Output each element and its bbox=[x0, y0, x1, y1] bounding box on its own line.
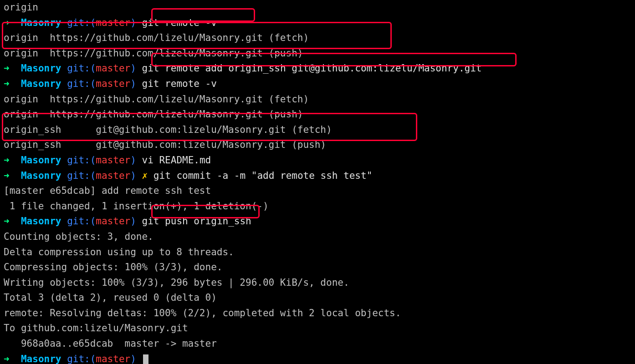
output-line: Delta compression using up to 8 threads. bbox=[4, 245, 631, 260]
output-line: origin https://github.com/lizelu/Masonry… bbox=[4, 30, 631, 46]
command-text: git remote -v bbox=[142, 17, 217, 28]
prompt-line-3: ➜ Masonry git:(master) git remote -v bbox=[4, 76, 631, 92]
command-text: git remote add origin_ssh git@github.com… bbox=[142, 63, 482, 74]
prompt-line-1: ➜ Masonry git:(master) git remote -v bbox=[4, 15, 631, 31]
output-line: origin_ssh git@github.com:lizelu/Masonry… bbox=[4, 137, 631, 153]
output-line: To github.com:lizelu/Masonry.git bbox=[4, 321, 631, 336]
cursor-icon bbox=[143, 354, 149, 364]
output-line: 1 file changed, 1 insertion(+), 1 deleti… bbox=[4, 199, 631, 214]
output-line: origin_ssh git@github.com:lizelu/Masonry… bbox=[4, 122, 631, 138]
prompt-line-2: ➜ Masonry git:(master) git remote add or… bbox=[4, 61, 631, 76]
output-line: 968a0aa..e65dcab master -> master bbox=[4, 336, 631, 352]
output-line: remote: Resolving deltas: 100% (2/2), co… bbox=[4, 306, 631, 321]
command-text: git remote -v bbox=[142, 78, 217, 89]
output-line: Compressing objects: 100% (3/3), done. bbox=[4, 260, 631, 275]
output-line: Writing objects: 100% (3/3), 296 bytes |… bbox=[4, 275, 631, 291]
output-line: origin https://github.com/lizelu/Masonry… bbox=[4, 46, 631, 61]
output-line: Total 3 (delta 2), reused 0 (delta 0) bbox=[4, 290, 631, 306]
output-line: [master e65dcab] add remote ssh test bbox=[4, 183, 631, 199]
output-line: origin https://github.com/lizelu/Masonry… bbox=[4, 107, 631, 122]
output-line: Counting objects: 3, done. bbox=[4, 229, 631, 245]
output-line: origin bbox=[4, 0, 631, 15]
command-text: git push origin_ssh bbox=[142, 216, 251, 227]
prompt-line-4: ➜ Masonry git:(master) vi README.md bbox=[4, 153, 631, 168]
prompt-line-6: ➜ Masonry git:(master) git push origin_s… bbox=[4, 214, 631, 229]
prompt-line-5: ➜ Masonry git:(master) ✗ git commit -a -… bbox=[4, 168, 631, 184]
command-text: vi README.md bbox=[142, 155, 211, 166]
terminal[interactable]: origin ➜ Masonry git:(master) git remote… bbox=[0, 0, 635, 364]
command-text: git commit -a -m "add remote ssh test" bbox=[154, 170, 372, 181]
prompt-line-current[interactable]: ➜ Masonry git:(master) bbox=[4, 352, 631, 364]
output-line: origin https://github.com/lizelu/Masonry… bbox=[4, 92, 631, 107]
